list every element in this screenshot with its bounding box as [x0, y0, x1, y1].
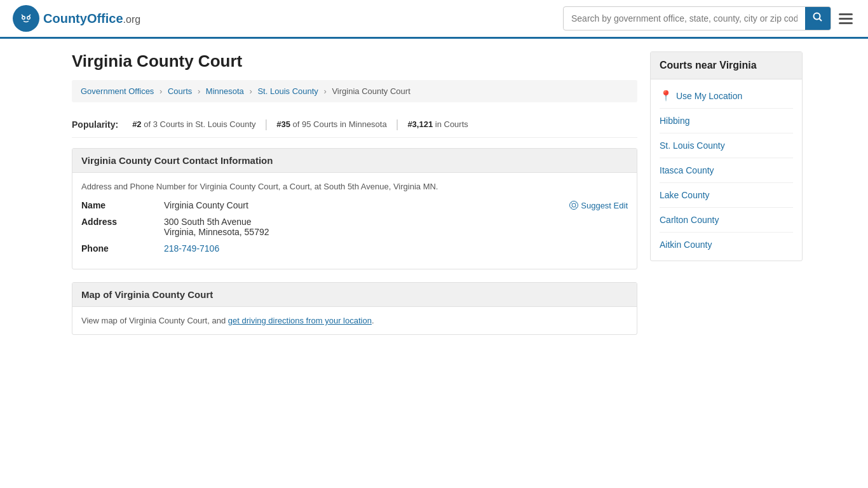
- sidebar-divider-6: [660, 232, 793, 233]
- svg-line-6: [820, 19, 822, 22]
- name-value: Virginia County Court: [164, 200, 569, 210]
- address-line2: Virginia, Minnesota, 55792: [164, 227, 628, 237]
- use-my-location-link[interactable]: 📍 Use My Location: [660, 86, 793, 105]
- suggest-edit-link[interactable]: Suggest Edit: [569, 201, 628, 210]
- popularity-item-3: #3,121 in Courts: [398, 119, 477, 129]
- address-row: Address 300 South 5th Avenue Virginia, M…: [81, 217, 628, 237]
- contact-section: Virginia County Court Contact Informatio…: [72, 148, 637, 269]
- contact-section-header: Virginia County Court Contact Informatio…: [72, 149, 637, 173]
- pop-text-1: of 3 Courts in St. Louis County: [144, 119, 255, 129]
- pop-text-3: in Courts: [435, 119, 468, 129]
- page-title: Virginia County Court: [72, 51, 637, 71]
- menu-icon-line1: [839, 13, 853, 15]
- svg-point-5: [814, 13, 820, 20]
- svg-point-3: [23, 17, 25, 19]
- sidebar-box: Courts near Virginia 📍 Use My Location H…: [650, 51, 803, 261]
- breadcrumb-st-louis-county[interactable]: St. Louis County: [257, 86, 318, 96]
- phone-label: Phone: [81, 243, 164, 254]
- breadcrumb-current: Virginia County Court: [332, 86, 410, 96]
- sidebar-body: 📍 Use My Location Hibbing St. Louis Coun…: [651, 79, 802, 261]
- name-value-row: Virginia County Court Suggest Edit: [164, 200, 628, 210]
- logo-area: CountyOffice.org: [13, 5, 140, 32]
- svg-point-7: [570, 201, 578, 210]
- contact-section-body: Address and Phone Number for Virginia Co…: [72, 173, 637, 269]
- pop-rank-1: #2: [132, 119, 141, 129]
- phone-link[interactable]: 218-749-7106: [164, 243, 219, 254]
- pop-rank-3: #3,121: [407, 119, 433, 129]
- phone-value: 218-749-7106: [164, 243, 628, 254]
- header: CountyOffice.org: [0, 0, 868, 39]
- map-text-after: .: [372, 316, 374, 325]
- sidebar-link-st-louis-county[interactable]: St. Louis County: [660, 136, 793, 155]
- svg-line-10: [576, 203, 576, 203]
- sidebar-divider-1: [660, 108, 793, 109]
- popularity-bar: Popularity: #2 of 3 Courts in St. Louis …: [72, 111, 637, 138]
- breadcrumb: Government Offices › Courts › Minnesota …: [72, 80, 637, 102]
- map-text-before: View map of Virginia County Court, and: [81, 316, 228, 325]
- popularity-item-2: #35 of 95 Courts in Minnesota: [268, 119, 395, 129]
- breadcrumb-courts[interactable]: Courts: [168, 86, 192, 96]
- sidebar-divider-2: [660, 133, 793, 133]
- svg-point-0: [18, 10, 34, 27]
- menu-button[interactable]: [836, 11, 855, 27]
- svg-line-11: [571, 207, 572, 208]
- map-section-header: Map of Virginia County Court: [72, 283, 637, 307]
- breadcrumb-gov-offices[interactable]: Government Offices: [81, 86, 154, 96]
- address-value: 300 South 5th Avenue Virginia, Minnesota…: [164, 217, 628, 237]
- contact-description: Address and Phone Number for Virginia Co…: [81, 182, 628, 191]
- menu-icon-line2: [839, 18, 853, 20]
- sidebar-divider-3: [660, 158, 793, 158]
- search-area: [563, 6, 855, 30]
- sidebar-divider-4: [660, 182, 793, 183]
- suggest-edit-icon: [569, 201, 578, 210]
- search-box: [563, 6, 831, 30]
- sidebar-link-hibbing[interactable]: Hibbing: [660, 111, 793, 130]
- logo-text: CountyOffice.org: [43, 11, 140, 26]
- pop-rank-2: #35: [276, 119, 290, 129]
- search-input[interactable]: [564, 8, 805, 29]
- popularity-item-1: #2 of 3 Courts in St. Louis County: [123, 119, 264, 129]
- sidebar-divider-5: [660, 207, 793, 208]
- name-row: Name Virginia County Court: [81, 200, 628, 210]
- pop-text-2: of 95 Courts in Minnesota: [293, 119, 387, 129]
- sidebar-link-aitkin-county[interactable]: Aitkin County: [660, 235, 793, 254]
- sidebar-link-itasca-county[interactable]: Itasca County: [660, 161, 793, 180]
- address-line1: 300 South 5th Avenue: [164, 217, 628, 227]
- main-container: Virginia County Court Government Offices…: [53, 39, 815, 348]
- breadcrumb-minnesota[interactable]: Minnesota: [206, 86, 244, 96]
- sidebar: Courts near Virginia 📍 Use My Location H…: [650, 51, 803, 335]
- address-label: Address: [81, 217, 164, 227]
- map-section: Map of Virginia County Court View map of…: [72, 282, 637, 335]
- content-area: Virginia County Court Government Offices…: [72, 51, 637, 335]
- sidebar-link-lake-county[interactable]: Lake County: [660, 186, 793, 205]
- logo-icon: [13, 5, 39, 32]
- popularity-label: Popularity:: [72, 119, 118, 130]
- driving-directions-link[interactable]: get driving directions from your locatio…: [228, 316, 372, 325]
- search-button[interactable]: [805, 7, 831, 30]
- map-section-body: View map of Virginia County Court, and g…: [72, 307, 637, 334]
- sidebar-link-carlton-county[interactable]: Carlton County: [660, 210, 793, 229]
- use-my-location-label: Use My Location: [676, 91, 742, 101]
- svg-line-12: [576, 207, 576, 208]
- svg-point-4: [28, 17, 30, 19]
- phone-row: Phone 218-749-7106: [81, 243, 628, 254]
- location-icon: 📍: [660, 90, 672, 102]
- menu-icon-line3: [839, 22, 853, 24]
- sidebar-header: Courts near Virginia: [651, 52, 802, 79]
- svg-point-8: [572, 203, 576, 207]
- svg-line-9: [571, 203, 572, 203]
- name-label: Name: [81, 200, 164, 210]
